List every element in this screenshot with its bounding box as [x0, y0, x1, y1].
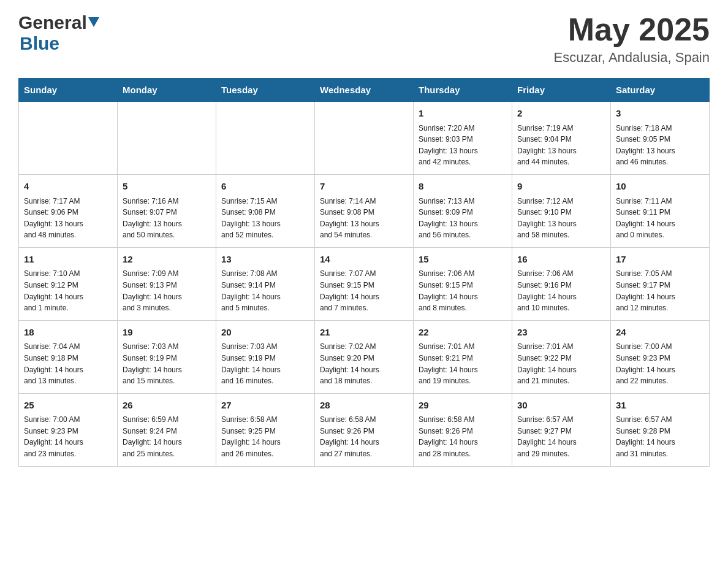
week-row-5: 25Sunrise: 7:00 AM Sunset: 9:23 PM Dayli… [19, 393, 710, 466]
day-cell: 3Sunrise: 7:18 AM Sunset: 9:05 PM Daylig… [611, 102, 710, 175]
day-info: Sunrise: 7:11 AM Sunset: 9:11 PM Dayligh… [616, 196, 704, 241]
day-cell: 8Sunrise: 7:13 AM Sunset: 9:09 PM Daylig… [414, 175, 512, 248]
location-subtitle: Escuzar, Andalusia, Spain [554, 50, 710, 66]
day-cell: 5Sunrise: 7:16 AM Sunset: 9:07 PM Daylig… [118, 175, 216, 248]
day-info: Sunrise: 7:01 AM Sunset: 9:21 PM Dayligh… [419, 341, 507, 386]
day-info: Sunrise: 7:09 AM Sunset: 9:13 PM Dayligh… [123, 268, 211, 313]
day-number: 30 [517, 399, 605, 413]
day-number: 2 [517, 107, 605, 121]
col-header-saturday: Saturday [611, 79, 710, 102]
day-number: 27 [221, 399, 309, 413]
day-number: 10 [616, 180, 704, 194]
day-cell: 22Sunrise: 7:01 AM Sunset: 9:21 PM Dayli… [414, 320, 512, 393]
day-info: Sunrise: 7:01 AM Sunset: 9:22 PM Dayligh… [517, 341, 605, 386]
day-number: 5 [123, 180, 211, 194]
col-header-sunday: Sunday [19, 79, 118, 102]
week-row-4: 18Sunrise: 7:04 AM Sunset: 9:18 PM Dayli… [19, 320, 710, 393]
day-cell: 15Sunrise: 7:06 AM Sunset: 9:15 PM Dayli… [414, 247, 512, 320]
col-header-monday: Monday [118, 79, 216, 102]
day-info: Sunrise: 7:00 AM Sunset: 9:23 PM Dayligh… [24, 414, 112, 459]
day-cell: 26Sunrise: 6:59 AM Sunset: 9:24 PM Dayli… [118, 393, 216, 466]
day-info: Sunrise: 7:15 AM Sunset: 9:08 PM Dayligh… [221, 196, 309, 241]
day-info: Sunrise: 7:04 AM Sunset: 9:18 PM Dayligh… [24, 341, 112, 386]
day-cell: 20Sunrise: 7:03 AM Sunset: 9:19 PM Dayli… [216, 320, 315, 393]
day-cell [216, 102, 315, 175]
day-cell: 12Sunrise: 7:09 AM Sunset: 9:13 PM Dayli… [118, 247, 216, 320]
day-number: 19 [123, 326, 211, 340]
day-number: 14 [320, 253, 408, 267]
day-cell: 25Sunrise: 7:00 AM Sunset: 9:23 PM Dayli… [19, 393, 118, 466]
title-block: May 2025 Escuzar, Andalusia, Spain [554, 12, 710, 66]
day-info: Sunrise: 6:58 AM Sunset: 9:26 PM Dayligh… [320, 414, 408, 459]
day-info: Sunrise: 7:07 AM Sunset: 9:15 PM Dayligh… [320, 268, 408, 313]
week-row-3: 11Sunrise: 7:10 AM Sunset: 9:12 PM Dayli… [19, 247, 710, 320]
week-row-2: 4Sunrise: 7:17 AM Sunset: 9:06 PM Daylig… [19, 175, 710, 248]
day-info: Sunrise: 7:05 AM Sunset: 9:17 PM Dayligh… [616, 268, 704, 313]
day-cell [118, 102, 216, 175]
day-number: 7 [320, 180, 408, 194]
day-number: 12 [123, 253, 211, 267]
day-info: Sunrise: 7:19 AM Sunset: 9:04 PM Dayligh… [517, 123, 605, 168]
day-number: 1 [419, 107, 507, 121]
day-info: Sunrise: 6:59 AM Sunset: 9:24 PM Dayligh… [123, 414, 211, 459]
day-info: Sunrise: 6:58 AM Sunset: 9:26 PM Dayligh… [419, 414, 507, 459]
day-info: Sunrise: 7:20 AM Sunset: 9:03 PM Dayligh… [419, 123, 507, 168]
day-number: 21 [320, 326, 408, 340]
day-cell: 6Sunrise: 7:15 AM Sunset: 9:08 PM Daylig… [216, 175, 315, 248]
day-cell: 2Sunrise: 7:19 AM Sunset: 9:04 PM Daylig… [512, 102, 611, 175]
day-number: 28 [320, 399, 408, 413]
day-cell: 17Sunrise: 7:05 AM Sunset: 9:17 PM Dayli… [611, 247, 710, 320]
day-number: 3 [616, 107, 704, 121]
day-number: 15 [419, 253, 507, 267]
day-number: 11 [24, 253, 112, 267]
day-cell: 18Sunrise: 7:04 AM Sunset: 9:18 PM Dayli… [19, 320, 118, 393]
day-number: 29 [419, 399, 507, 413]
day-cell: 1Sunrise: 7:20 AM Sunset: 9:03 PM Daylig… [414, 102, 512, 175]
day-cell: 9Sunrise: 7:12 AM Sunset: 9:10 PM Daylig… [512, 175, 611, 248]
day-info: Sunrise: 7:00 AM Sunset: 9:23 PM Dayligh… [616, 341, 704, 386]
day-info: Sunrise: 7:18 AM Sunset: 9:05 PM Dayligh… [616, 123, 704, 168]
day-number: 8 [419, 180, 507, 194]
logo: General Blue [18, 12, 99, 54]
day-info: Sunrise: 7:06 AM Sunset: 9:16 PM Dayligh… [517, 268, 605, 313]
day-info: Sunrise: 7:02 AM Sunset: 9:20 PM Dayligh… [320, 341, 408, 386]
day-info: Sunrise: 7:12 AM Sunset: 9:10 PM Dayligh… [517, 196, 605, 241]
day-cell: 21Sunrise: 7:02 AM Sunset: 9:20 PM Dayli… [315, 320, 414, 393]
day-info: Sunrise: 7:08 AM Sunset: 9:14 PM Dayligh… [221, 268, 309, 313]
day-number: 4 [24, 180, 112, 194]
calendar-table: SundayMondayTuesdayWednesdayThursdayFrid… [18, 78, 710, 466]
calendar-header-row: SundayMondayTuesdayWednesdayThursdayFrid… [19, 79, 710, 102]
day-number: 22 [419, 326, 507, 340]
day-cell: 7Sunrise: 7:14 AM Sunset: 9:08 PM Daylig… [315, 175, 414, 248]
col-header-wednesday: Wednesday [315, 79, 414, 102]
day-number: 17 [616, 253, 704, 267]
day-info: Sunrise: 7:16 AM Sunset: 9:07 PM Dayligh… [123, 196, 211, 241]
day-cell: 23Sunrise: 7:01 AM Sunset: 9:22 PM Dayli… [512, 320, 611, 393]
day-info: Sunrise: 7:03 AM Sunset: 9:19 PM Dayligh… [221, 341, 309, 386]
day-info: Sunrise: 7:14 AM Sunset: 9:08 PM Dayligh… [320, 196, 408, 241]
day-number: 24 [616, 326, 704, 340]
day-info: Sunrise: 7:06 AM Sunset: 9:15 PM Dayligh… [419, 268, 507, 313]
day-number: 20 [221, 326, 309, 340]
day-number: 26 [123, 399, 211, 413]
day-info: Sunrise: 7:17 AM Sunset: 9:06 PM Dayligh… [24, 196, 112, 241]
day-cell: 19Sunrise: 7:03 AM Sunset: 9:19 PM Dayli… [118, 320, 216, 393]
day-number: 6 [221, 180, 309, 194]
day-cell: 14Sunrise: 7:07 AM Sunset: 9:15 PM Dayli… [315, 247, 414, 320]
day-info: Sunrise: 7:13 AM Sunset: 9:09 PM Dayligh… [419, 196, 507, 241]
day-cell: 11Sunrise: 7:10 AM Sunset: 9:12 PM Dayli… [19, 247, 118, 320]
day-cell [19, 102, 118, 175]
logo-blue-text: Blue [20, 33, 59, 54]
col-header-tuesday: Tuesday [216, 79, 315, 102]
day-number: 31 [616, 399, 704, 413]
day-number: 25 [24, 399, 112, 413]
page-header: General Blue May 2025 Escuzar, Andalusia… [18, 12, 710, 66]
day-cell: 30Sunrise: 6:57 AM Sunset: 9:27 PM Dayli… [512, 393, 611, 466]
day-cell: 28Sunrise: 6:58 AM Sunset: 9:26 PM Dayli… [315, 393, 414, 466]
day-cell: 13Sunrise: 7:08 AM Sunset: 9:14 PM Dayli… [216, 247, 315, 320]
day-cell: 24Sunrise: 7:00 AM Sunset: 9:23 PM Dayli… [611, 320, 710, 393]
day-cell: 31Sunrise: 6:57 AM Sunset: 9:28 PM Dayli… [611, 393, 710, 466]
day-cell: 29Sunrise: 6:58 AM Sunset: 9:26 PM Dayli… [414, 393, 512, 466]
day-cell [315, 102, 414, 175]
month-year-title: May 2025 [554, 12, 710, 47]
